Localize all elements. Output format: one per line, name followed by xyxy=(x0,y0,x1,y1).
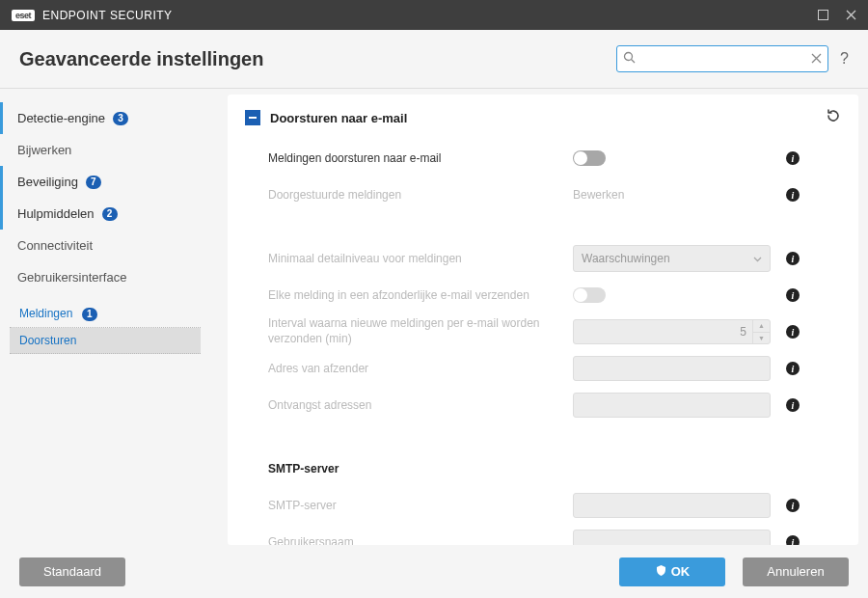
content-wrap: Doorsturen naar e-mail Meldingen doorstu… xyxy=(222,89,868,545)
brand-badge: eset xyxy=(12,10,35,21)
sidebar-item-update[interactable]: Bijwerken xyxy=(0,134,222,166)
info-icon[interactable]: i xyxy=(786,398,800,412)
titlebar-left: eset ENDPOINT SECURITY xyxy=(12,9,173,22)
row-control xyxy=(573,150,771,166)
row-label: Minimaal detailniveau voor meldingen xyxy=(245,252,563,265)
search-input[interactable] xyxy=(636,52,811,66)
row-info: i xyxy=(780,362,800,375)
sidebar-item-connectivity[interactable]: Connectiviteit xyxy=(0,230,222,261)
toggle-forward-email[interactable] xyxy=(573,150,606,166)
clear-search-icon[interactable] xyxy=(811,50,822,68)
row-label: SMTP-server xyxy=(245,499,563,512)
collapse-icon[interactable] xyxy=(245,110,260,125)
row-control: 5 ▲ ▼ xyxy=(573,319,771,344)
row-smtp-heading: SMTP-server xyxy=(245,453,841,484)
maximize-icon[interactable] xyxy=(818,10,828,20)
info-icon[interactable]: i xyxy=(786,362,800,375)
app-title: ENDPOINT SECURITY xyxy=(42,9,173,22)
ok-button[interactable]: OK xyxy=(619,557,725,586)
window-controls xyxy=(818,10,856,20)
section-title: Doorsturen naar e-mail xyxy=(270,111,816,125)
row-smtp-server: SMTP-server i xyxy=(245,490,841,521)
footer-right: OK Annuleren xyxy=(619,557,849,586)
sidebar-item-security[interactable]: Beveiliging 7 xyxy=(0,166,222,198)
row-label: Adres van afzender xyxy=(245,362,563,375)
default-button[interactable]: Standaard xyxy=(19,557,125,586)
row-label: Gebruikersnaam xyxy=(245,535,563,545)
row-forward-toggle: Meldingen doorsturen naar e-mail i xyxy=(245,143,841,174)
sidebar-item-detection[interactable]: Detectie-engine 3 xyxy=(0,102,222,134)
search-wrap: ? xyxy=(616,45,849,72)
row-each-separate: Elke melding in een afzonderlijke e-mail… xyxy=(245,280,841,311)
body: Detectie-engine 3 Bijwerken Beveiliging … xyxy=(0,89,868,545)
row-control xyxy=(573,493,771,518)
row-control xyxy=(573,287,771,303)
sidebar-badge: 1 xyxy=(82,308,97,321)
edit-link: Bewerken xyxy=(573,188,624,202)
row-control: Waarschuwingen xyxy=(573,245,771,272)
sidebar-item-label: Detectie-engine xyxy=(17,111,105,125)
row-info: i xyxy=(780,499,800,512)
row-control: Bewerken xyxy=(573,188,771,202)
sidebar: Detectie-engine 3 Bijwerken Beveiliging … xyxy=(0,89,222,545)
content: Doorsturen naar e-mail Meldingen doorstu… xyxy=(228,95,858,545)
recipients-input xyxy=(573,393,771,418)
close-icon[interactable] xyxy=(846,10,856,20)
gap xyxy=(245,426,841,453)
info-icon[interactable]: i xyxy=(786,325,800,339)
sidebar-item-label: Beveiliging xyxy=(17,175,78,189)
sidebar-sub-label: Doorsturen xyxy=(19,334,76,347)
titlebar: eset ENDPOINT SECURITY xyxy=(0,0,868,30)
info-icon[interactable]: i xyxy=(786,252,800,265)
gap xyxy=(245,216,841,243)
search-box[interactable] xyxy=(616,45,828,72)
cancel-button[interactable]: Annuleren xyxy=(743,557,849,586)
spinner-up-icon: ▲ xyxy=(753,320,770,333)
smtp-server-input xyxy=(573,493,771,518)
spinner-down-icon: ▼ xyxy=(753,333,770,344)
row-control xyxy=(573,530,771,545)
svg-rect-2 xyxy=(249,117,257,119)
row-control xyxy=(573,393,771,418)
username-input xyxy=(573,530,771,545)
row-label: Elke melding in een afzonderlijke e-mail… xyxy=(245,288,563,302)
footer: Standaard OK Annuleren xyxy=(0,545,868,598)
reset-icon[interactable] xyxy=(826,108,841,127)
sidebar-badge: 7 xyxy=(86,176,101,189)
row-control xyxy=(573,356,771,381)
row-info: i xyxy=(780,325,800,339)
sidebar-item-label: Hulpmiddelen xyxy=(17,206,95,221)
spinner-value: 5 xyxy=(574,320,752,343)
info-icon[interactable]: i xyxy=(786,288,800,302)
section-header: Doorsturen naar e-mail xyxy=(245,108,841,127)
search-icon xyxy=(623,50,636,68)
row-sender: Adres van afzender i xyxy=(245,353,841,384)
sidebar-item-label: Connectiviteit xyxy=(17,238,93,253)
sender-input xyxy=(573,356,771,381)
row-info: i xyxy=(780,151,800,165)
sidebar-sub-forwarding[interactable]: Doorsturen xyxy=(10,328,201,354)
sidebar-item-tools[interactable]: Hulpmiddelen 2 xyxy=(0,198,222,230)
help-icon[interactable]: ? xyxy=(840,50,849,68)
info-icon[interactable]: i xyxy=(786,188,800,202)
row-interval: Interval waarna nieuwe meldingen per e-m… xyxy=(245,316,841,347)
page-title: Geavanceerde instellingen xyxy=(19,48,263,70)
row-info: i xyxy=(780,188,800,202)
row-info: i xyxy=(780,398,800,412)
svg-point-1 xyxy=(625,53,633,61)
info-icon[interactable]: i xyxy=(786,535,800,545)
row-label: Doorgestuurde meldingen xyxy=(245,188,563,202)
ok-button-label: OK xyxy=(671,564,691,579)
info-icon[interactable]: i xyxy=(786,499,800,512)
sidebar-item-ui[interactable]: Gebruikersinterface xyxy=(0,261,222,293)
sidebar-sub-notifications[interactable]: Meldingen 1 xyxy=(10,301,201,328)
row-info: i xyxy=(780,288,800,302)
select-value: Waarschuwingen xyxy=(582,252,670,265)
row-info: i xyxy=(780,535,800,545)
shield-icon xyxy=(655,564,667,580)
detail-level-select: Waarschuwingen xyxy=(573,245,771,272)
row-label: Ontvangst adressen xyxy=(245,398,563,412)
sidebar-item-label: Bijwerken xyxy=(17,143,71,157)
info-icon[interactable]: i xyxy=(786,151,800,165)
sidebar-item-label: Gebruikersinterface xyxy=(17,270,126,285)
